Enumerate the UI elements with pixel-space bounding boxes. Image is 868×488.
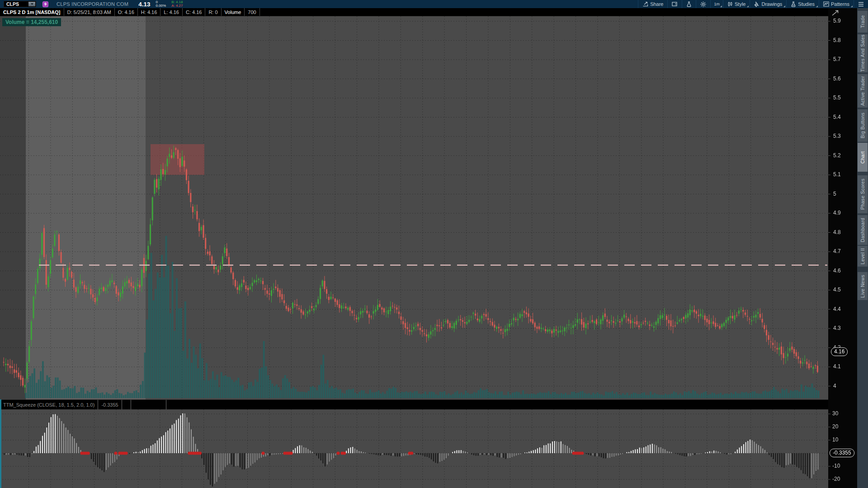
link-group-badge[interactable]: 9 — [42, 1, 48, 7]
share-label: Share — [650, 1, 663, 7]
hamburger-menu-icon — [858, 2, 864, 7]
ask-value: A: 4.27 — [171, 4, 183, 8]
candlestick-style-icon — [727, 1, 733, 7]
tab-dashboard[interactable]: Dashboard — [858, 215, 868, 245]
volume-cell-label: Volume — [222, 8, 245, 16]
study-panel-accent — [0, 399, 1, 488]
bar-low: L: 4.16 — [160, 8, 183, 16]
share-button[interactable]: Share — [638, 0, 667, 8]
bid-ask-block: B: 4.18 A: 4.27 — [171, 0, 183, 8]
bar-high: H: 4.16 — [138, 8, 160, 16]
patterns-label: Patterns — [831, 1, 849, 7]
symbol-dropdown-button[interactable] — [28, 2, 35, 6]
study-cell-empty-1 — [122, 400, 131, 409]
right-tab-strip: Trade Times And Sales Active Trader Big … — [857, 8, 868, 488]
chart-title: CLPS 2 D 1m [NASDAQ] — [0, 8, 64, 16]
studies-button[interactable]: Studies — [786, 0, 819, 8]
detach-window-icon — [672, 1, 678, 7]
bar-close: C: 4.16 — [183, 8, 205, 16]
study-cell-empty-2 — [131, 400, 166, 409]
bar-r-value: R: 0 — [205, 8, 221, 16]
timeframe-label: 1m — [714, 2, 720, 6]
bar-date: D: 5/25/21, 8:03 AM — [64, 8, 115, 16]
flask-icon — [791, 1, 796, 7]
pointer-hand-icon — [754, 1, 760, 7]
change-percent: 0.00% — [156, 4, 166, 8]
tab-level-ii[interactable]: Level II — [858, 246, 868, 267]
tab-times-and-sales[interactable]: Times And Sales — [858, 34, 868, 72]
beaker-icon — [686, 1, 692, 7]
company-name: CLPS INCORPORATION COM — [57, 1, 128, 7]
tab-big-buttons[interactable]: Big Buttons — [858, 109, 868, 142]
bar-open: O: 4.16 — [115, 8, 138, 16]
drawings-label: Drawings — [761, 1, 782, 7]
share-icon — [642, 1, 648, 7]
style-button[interactable]: Style — [723, 0, 750, 8]
last-price: 4.13 — [138, 1, 150, 8]
study-value: -0.3355 — [98, 400, 122, 409]
price-chart-canvas[interactable] — [0, 0, 868, 488]
style-label: Style — [735, 1, 745, 7]
chart-settings-button[interactable] — [696, 0, 710, 8]
gear-icon — [700, 1, 706, 7]
tab-active-trader[interactable]: Active Trader — [858, 74, 868, 108]
toolbar-right-group: Share 1m Style Drawings — [638, 0, 868, 8]
quick-study-button[interactable] — [682, 0, 696, 8]
volume-overlay-label: Volume = 14,255,610 — [2, 18, 61, 26]
drawings-button[interactable]: Drawings — [750, 0, 786, 8]
symbol-value: CLPS — [4, 1, 19, 7]
study-title[interactable]: TTM_Squeeze (CLOSE, 18, 1.5, 2.0, 1.0) — [0, 400, 98, 409]
studies-label: Studies — [798, 1, 815, 7]
symbol-input[interactable]: CLPS — [4, 1, 36, 7]
main-menu-button[interactable] — [854, 0, 868, 8]
tab-phase-scores[interactable]: Phase Scores — [858, 175, 868, 213]
volume-cell-value: 700 — [245, 8, 259, 16]
last-price-bubble: 4.16 — [831, 347, 848, 356]
tab-trade[interactable]: Trade — [858, 11, 868, 33]
tab-chart[interactable]: Chart — [858, 143, 868, 172]
change-block: 0 0.00% — [156, 0, 166, 8]
timeframe-button[interactable]: 1m — [710, 0, 723, 8]
thinkorswim-window: CLPS 9 CLPS INCORPORATION COM 4.13 0 0.0… — [0, 0, 868, 488]
top-toolbar: CLPS 9 CLPS INCORPORATION COM 4.13 0 0.0… — [0, 0, 868, 8]
chart-status-bar: CLPS 2 D 1m [NASDAQ] D: 5/25/21, 8:03 AM… — [0, 8, 828, 16]
study-value-bubble: -0.3355 — [830, 449, 854, 457]
tab-live-news[interactable]: Live News — [858, 272, 868, 300]
study-header: TTM_Squeeze (CLOSE, 18, 1.5, 2.0, 1.0) -… — [0, 399, 828, 409]
detach-window-button[interactable] — [667, 0, 682, 8]
pattern-zigzag-icon — [823, 1, 829, 7]
patterns-button[interactable]: Patterns — [819, 0, 854, 8]
